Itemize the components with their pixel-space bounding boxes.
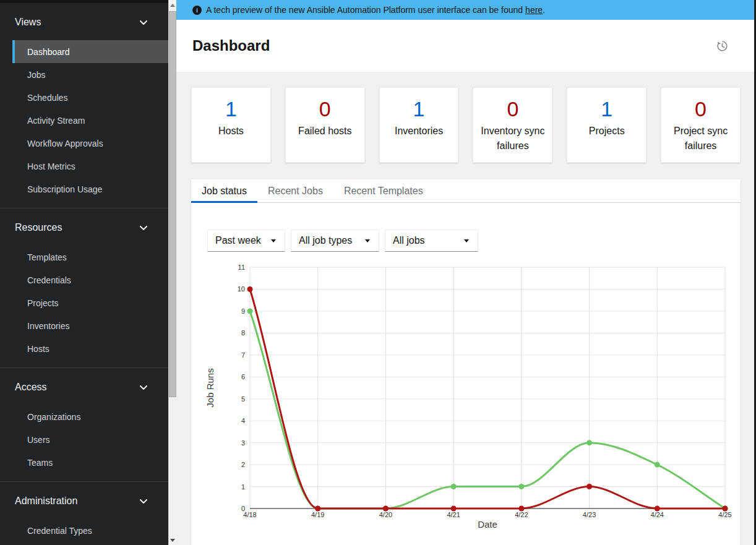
svg-text:4/21: 4/21 bbox=[447, 511, 460, 518]
job-type-select[interactable]: All job types bbox=[291, 230, 379, 252]
banner-here-link[interactable]: here bbox=[525, 5, 543, 15]
job-type-select-value: All job types bbox=[299, 235, 352, 246]
sidebar-item-credentials[interactable]: Credentials bbox=[12, 268, 168, 291]
panel-tabs: Job status Recent Jobs Recent Templates bbox=[191, 179, 741, 203]
card-label: Project sync failures bbox=[668, 124, 734, 153]
svg-text:1: 1 bbox=[241, 483, 245, 491]
svg-text:4/19: 4/19 bbox=[311, 511, 324, 518]
svg-text:Job Runs: Job Runs bbox=[205, 368, 215, 407]
chevron-down-icon bbox=[140, 17, 147, 28]
svg-text:7: 7 bbox=[241, 351, 245, 359]
chart-filters: Past week All job types All jobs bbox=[207, 230, 741, 252]
job-filter-select-value: All jobs bbox=[393, 235, 425, 246]
svg-text:9: 9 bbox=[241, 307, 245, 315]
card-project-sync-failures[interactable]: 0 Project sync failures bbox=[661, 87, 741, 163]
page-header: Dashboard bbox=[176, 20, 754, 72]
svg-text:5: 5 bbox=[241, 395, 245, 403]
svg-text:6: 6 bbox=[241, 373, 245, 380]
svg-text:11: 11 bbox=[238, 264, 245, 271]
sidebar-item-activity-stream[interactable]: Activity Stream bbox=[12, 109, 168, 132]
svg-text:4: 4 bbox=[241, 417, 245, 424]
main-area: i A tech preview of the new Ansible Auto… bbox=[176, 0, 754, 545]
card-label: Failed hosts bbox=[292, 124, 358, 139]
nav-section-title: Access bbox=[15, 382, 47, 393]
sidebar-item-workflow-approvals[interactable]: Workflow Approvals bbox=[12, 132, 168, 155]
sidebar-item-templates[interactable]: Templates bbox=[12, 246, 168, 268]
svg-text:4/18: 4/18 bbox=[243, 511, 256, 518]
sidebar-item-projects[interactable]: Projects bbox=[12, 291, 168, 314]
sidebar-item-hosts[interactable]: Hosts bbox=[12, 337, 168, 360]
tab-recent-templates[interactable]: Recent Templates bbox=[333, 179, 434, 203]
history-icon[interactable] bbox=[715, 39, 729, 53]
sidebar-scrollbar[interactable] bbox=[168, 0, 176, 545]
sidebar-item-teams[interactable]: Teams bbox=[12, 451, 168, 474]
card-inventories-count: 1 bbox=[386, 97, 452, 121]
nav-section-header-administration[interactable]: Administration bbox=[0, 494, 168, 509]
page-title: Dashboard bbox=[192, 37, 270, 54]
svg-text:Date: Date bbox=[478, 519, 497, 530]
sidebar-item-organizations[interactable]: Organizations bbox=[12, 405, 168, 428]
svg-text:4/25: 4/25 bbox=[718, 511, 731, 518]
card-projects-count: 1 bbox=[573, 97, 640, 121]
card-inventories[interactable]: 1 Inventories bbox=[379, 87, 459, 163]
scrollbar-up-arrow-icon[interactable] bbox=[169, 0, 176, 10]
job-status-chart: 4/184/194/204/214/224/234/244/2501234567… bbox=[191, 260, 741, 535]
sidebar-item-dashboard[interactable]: Dashboard bbox=[12, 40, 168, 63]
sidebar-item-host-metrics[interactable]: Host Metrics bbox=[12, 155, 168, 178]
chevron-down-icon bbox=[140, 496, 147, 507]
job-filter-select[interactable]: All jobs bbox=[385, 230, 478, 252]
card-project-sync-failures-count: 0 bbox=[668, 97, 734, 121]
sidebar-nav: Views Dashboard Jobs Schedules Activity … bbox=[0, 0, 168, 545]
card-failed-hosts-count: 0 bbox=[292, 97, 358, 121]
nav-section-administration: Administration Credential Types bbox=[0, 481, 168, 545]
tab-job-status[interactable]: Job status bbox=[191, 179, 257, 203]
sidebar-item-subscription-usage[interactable]: Subscription Usage bbox=[12, 178, 168, 200]
card-label: Projects bbox=[573, 124, 640, 139]
svg-text:2: 2 bbox=[241, 461, 245, 468]
nav-section-access: Access Organizations Users Teams bbox=[0, 367, 168, 481]
chevron-down-icon bbox=[140, 382, 147, 393]
period-select-value: Past week bbox=[215, 235, 261, 246]
period-select[interactable]: Past week bbox=[207, 230, 285, 252]
nav-section-header-access[interactable]: Access bbox=[0, 380, 168, 395]
nav-section-views: Views Dashboard Jobs Schedules Activity … bbox=[0, 3, 168, 208]
caret-down-icon bbox=[464, 239, 469, 242]
nav-section-title: Resources bbox=[15, 222, 62, 233]
banner-period: . bbox=[543, 5, 545, 15]
tab-recent-jobs[interactable]: Recent Jobs bbox=[257, 179, 333, 203]
job-status-panel: Job status Recent Jobs Recent Templates … bbox=[191, 179, 741, 545]
card-projects[interactable]: 1 Projects bbox=[567, 87, 646, 163]
summary-cards: 1 Hosts 0 Failed hosts 1 Inventories 0 I… bbox=[191, 87, 741, 163]
sidebar-item-inventories[interactable]: Inventories bbox=[12, 314, 168, 337]
svg-text:0: 0 bbox=[241, 505, 245, 512]
sidebar-item-users[interactable]: Users bbox=[12, 428, 168, 451]
scrollbar-thumb[interactable] bbox=[169, 11, 176, 397]
card-inventory-sync-failures[interactable]: 0 Inventory sync failures bbox=[473, 87, 552, 163]
nav-section-header-resources[interactable]: Resources bbox=[0, 220, 168, 235]
banner-text: A tech preview of the new Ansible Automa… bbox=[206, 5, 523, 15]
caret-down-icon bbox=[271, 239, 276, 242]
sidebar-item-schedules[interactable]: Schedules bbox=[12, 86, 168, 109]
card-label: Hosts bbox=[198, 124, 264, 139]
card-hosts[interactable]: 1 Hosts bbox=[191, 87, 271, 163]
sidebar-item-jobs[interactable]: Jobs bbox=[12, 63, 168, 86]
caret-down-icon bbox=[365, 239, 370, 242]
tech-preview-banner: i A tech preview of the new Ansible Auto… bbox=[176, 0, 754, 20]
svg-text:8: 8 bbox=[241, 329, 245, 337]
job-status-chart-wrap: 4/184/194/204/214/224/234/244/2501234567… bbox=[191, 260, 741, 538]
nav-section-header-views[interactable]: Views bbox=[0, 15, 168, 30]
svg-text:3: 3 bbox=[241, 439, 245, 447]
card-hosts-count: 1 bbox=[198, 97, 264, 121]
svg-text:4/24: 4/24 bbox=[651, 511, 664, 518]
card-failed-hosts[interactable]: 0 Failed hosts bbox=[285, 87, 365, 163]
info-circle-icon: i bbox=[192, 6, 202, 15]
nav-section-title: Views bbox=[15, 17, 41, 28]
scrollbar-down-arrow-icon[interactable] bbox=[169, 535, 176, 545]
sidebar-item-credential-types[interactable]: Credential Types bbox=[12, 519, 168, 542]
nav-section-title: Administration bbox=[15, 496, 77, 507]
chevron-down-icon bbox=[140, 222, 147, 233]
svg-text:4/23: 4/23 bbox=[583, 511, 596, 518]
card-label: Inventories bbox=[386, 124, 452, 139]
card-inventory-sync-failures-count: 0 bbox=[479, 97, 546, 121]
svg-text:10: 10 bbox=[238, 285, 245, 293]
